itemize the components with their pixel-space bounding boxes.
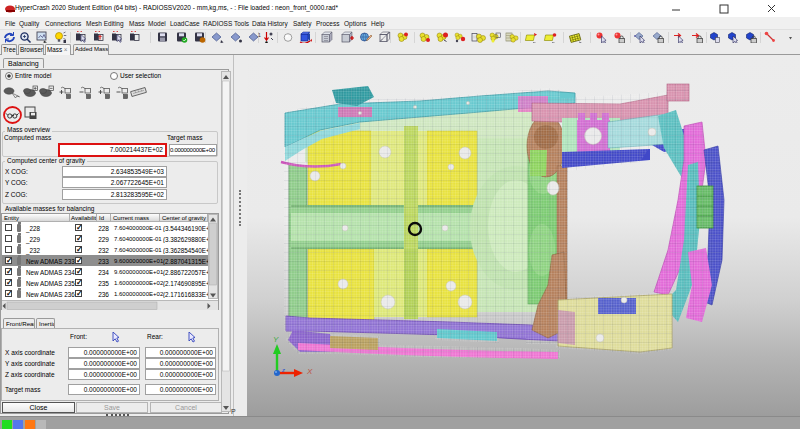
svg-text:Y: Y bbox=[273, 335, 279, 344]
svg-text:1: 1 bbox=[258, 32, 261, 38]
svg-text:X: X bbox=[306, 367, 313, 376]
svg-text:z: z bbox=[281, 367, 285, 373]
